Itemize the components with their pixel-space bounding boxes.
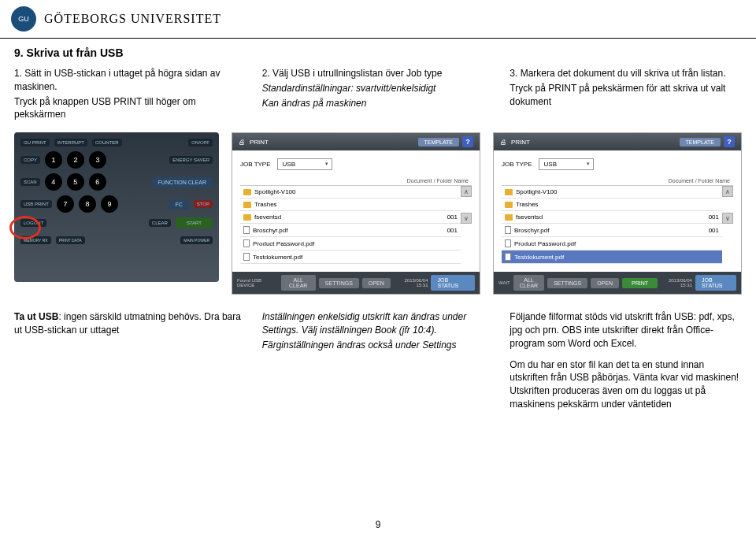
step2-line2: Standardinställningar: svartvitt/enkelsi… <box>262 82 495 95</box>
step1-line1: 1. Sätt in USB-stickan i uttaget på högr… <box>14 67 246 94</box>
list-item[interactable]: Trashes <box>240 199 461 211</box>
gu-print-button[interactable]: GU PRINT <box>20 139 50 147</box>
list-item[interactable]: Product Password.pdf <box>240 237 461 250</box>
list-item[interactable]: fseventsd001 <box>240 211 461 224</box>
university-name: GÖTEBORGS UNIVERSITET <box>44 12 221 26</box>
stop-button[interactable]: STOP <box>194 200 213 208</box>
step3-line1: 3. Markera det dokument du vill skriva u… <box>510 67 742 80</box>
open-button[interactable]: OPEN <box>362 278 391 288</box>
folder-icon <box>505 202 513 208</box>
scrollbar[interactable]: ∧ ∨ <box>722 186 733 264</box>
content-area: 9. Skriva ut från USB 1. Sätt in USB-sti… <box>0 39 756 421</box>
keypad-1[interactable]: 1 <box>45 151 62 169</box>
section-title: 9. Skriva ut från USB <box>14 46 742 59</box>
file-icon <box>243 239 250 247</box>
list-item-selected[interactable]: Testdokument.pdf <box>502 250 722 264</box>
scan-button[interactable]: SCAN <box>20 178 40 186</box>
bottom-col-1: Ta ut USB: ingen särskild utmatning behö… <box>14 310 246 413</box>
ps1-topbar: 🖨 PRINT TEMPLATE ? <box>232 133 480 150</box>
jobtype-select[interactable]: USB <box>277 158 332 170</box>
list-item[interactable]: Spotlight-V100 <box>502 186 722 199</box>
help-button[interactable]: ? <box>724 136 735 147</box>
scroll-down-icon[interactable]: ∨ <box>461 213 472 224</box>
keypad-2[interactable]: 2 <box>67 151 84 169</box>
print-screen-2: 🖨 PRINT TEMPLATE ? JOB TYPE USB Document… <box>493 132 742 295</box>
usb-print-button[interactable]: USB PRINT <box>20 200 52 208</box>
keypad-5[interactable]: 5 <box>67 173 84 191</box>
start-button[interactable]: START <box>176 217 213 228</box>
ps2-topbar: 🖨 PRINT TEMPLATE ? <box>494 133 741 150</box>
keypad-8[interactable]: 8 <box>79 195 96 213</box>
job-status-button[interactable]: JOB STATUS <box>431 275 475 291</box>
list-item[interactable]: Product Password.pdf <box>502 237 722 250</box>
keypad-6[interactable]: 6 <box>89 173 106 191</box>
folder-icon <box>243 189 251 195</box>
keypad-4[interactable]: 4 <box>45 173 62 191</box>
all-clear-button[interactable]: ALL CLEAR <box>513 275 544 291</box>
list-item[interactable]: fseventsd001 <box>502 211 722 224</box>
fileformat-note: Följande filformat stöds vid utskrift fr… <box>510 310 742 350</box>
settings-button[interactable]: SETTINGS <box>319 278 359 288</box>
wait-text: WAIT <box>498 280 510 285</box>
settings-note-2: Färginställningen ändras också under Set… <box>262 339 495 352</box>
template-button[interactable]: TEMPLATE <box>680 138 721 147</box>
printer-icon: 🖨 <box>500 139 506 146</box>
settings-button[interactable]: SETTINGS <box>547 278 587 288</box>
folder-icon <box>243 214 251 221</box>
print-button[interactable]: PRINT <box>622 278 658 288</box>
print-data-indicator: PRINT DATA <box>56 236 85 244</box>
list-item[interactable]: Broschyr.pdf001 <box>502 224 722 237</box>
jobtype-label: JOB TYPE <box>502 161 532 168</box>
step-1-text: 1. Sätt in USB-stickan i uttaget på högr… <box>14 67 246 123</box>
folder-icon <box>243 202 251 208</box>
function-clear-button[interactable]: FUNCTION CLEAR <box>152 177 213 187</box>
folder-icon <box>505 189 513 195</box>
usb-print-highlight-circle <box>9 216 41 239</box>
step1-line2: Tryck på knappen USB PRINT till höger om… <box>14 95 246 122</box>
clear-button[interactable]: CLEAR <box>149 219 171 227</box>
counter-button[interactable]: COUNTER <box>92 139 122 147</box>
job-status-button[interactable]: JOB STATUS <box>695 275 736 291</box>
bottom-col-2: Inställningen enkelsidig utskrift kan än… <box>262 310 495 413</box>
scrollbar[interactable]: ∧ ∨ <box>461 186 472 264</box>
printer-panel-figure: GU PRINT INTERRUPT COUNTER ON/OFF COPY 1… <box>14 132 219 282</box>
ta-ut-usb-text: Ta ut USB: ingen särskild utmatning behö… <box>14 310 246 337</box>
step-3-text: 3. Markera det dokument du vill skriva u… <box>510 67 742 123</box>
scroll-up-icon[interactable]: ∧ <box>461 186 472 197</box>
settings-note-1: Inställningen enkelsidig utskrift kan än… <box>262 310 495 337</box>
top-steps-row: 1. Sätt in USB-stickan i uttaget på högr… <box>14 67 742 123</box>
list-item[interactable]: Spotlight-V100 <box>240 186 461 199</box>
interrupt-button[interactable]: INTERRUPT <box>54 139 87 147</box>
list-item[interactable]: Testdokument.pdf <box>240 250 461 264</box>
all-clear-button[interactable]: ALL CLEAR <box>281 275 316 291</box>
copy-button[interactable]: COPY <box>20 156 40 164</box>
printer-icon: 🖨 <box>239 139 245 146</box>
step2-line3: Kan ändras på maskinen <box>262 97 495 110</box>
file-icon <box>243 253 250 261</box>
template-button[interactable]: TEMPLATE <box>418 138 459 147</box>
timestamp: 2013/06/04 15:31 <box>661 278 692 288</box>
file-list: Spotlight-V100 Trashes fseventsd001 Bros… <box>240 186 461 264</box>
fc-button[interactable]: FC <box>169 199 188 210</box>
file-icon <box>505 253 511 261</box>
figures-row: GU PRINT INTERRUPT COUNTER ON/OFF COPY 1… <box>14 132 742 295</box>
file-icon <box>505 239 511 247</box>
open-button[interactable]: OPEN <box>591 278 619 288</box>
onoff-button[interactable]: ON/OFF <box>188 139 213 147</box>
logo-text: GU <box>18 15 29 23</box>
keypad-7[interactable]: 7 <box>57 195 74 213</box>
energy-saver-button[interactable]: ENERGY SAVER <box>169 156 213 164</box>
folder-icon <box>505 214 513 221</box>
scroll-down-icon[interactable]: ∨ <box>722 213 733 224</box>
jobtype-select[interactable]: USB <box>539 158 594 170</box>
ps1-title: PRINT <box>250 139 269 146</box>
keypad-3[interactable]: 3 <box>89 151 106 169</box>
help-button[interactable]: ? <box>462 136 473 147</box>
list-item[interactable]: Trashes <box>502 199 722 211</box>
file-icon <box>505 226 511 234</box>
keypad-9[interactable]: 9 <box>101 195 118 213</box>
step2-line1: 2. Välj USB i utrullningslistan över Job… <box>262 67 495 80</box>
file-list: Spotlight-V100 Trashes fseventsd001 Bros… <box>502 186 722 264</box>
list-item[interactable]: Broschyr.pdf001 <box>240 224 461 237</box>
scroll-up-icon[interactable]: ∧ <box>722 186 733 197</box>
